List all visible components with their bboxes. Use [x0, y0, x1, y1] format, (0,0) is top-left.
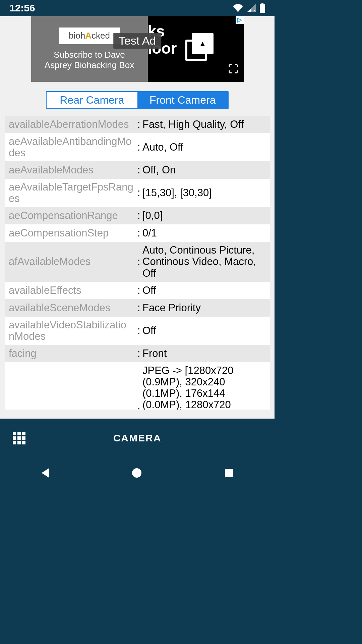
colon: : — [135, 187, 142, 199]
table-row: availableEffects:Off — [5, 282, 270, 299]
wifi-icon — [233, 4, 243, 12]
apps-grid-icon[interactable] — [13, 432, 25, 444]
camera-tabs: Rear Camera Front Camera — [46, 91, 229, 109]
colon: : — [135, 405, 142, 410]
property-value: 0/1 — [142, 227, 266, 239]
table-row: aeCompensationRange:[0,0] — [5, 207, 270, 224]
property-value: Face Priority — [142, 302, 266, 314]
ad-left-panel: biohAcked Subscribe to Dave Asprey Bioha… — [31, 16, 148, 82]
property-key: aeAvailableModes — [9, 164, 135, 176]
property-key: aeCompensationRange — [9, 210, 135, 221]
property-key: afAvailableModes — [9, 256, 135, 267]
colon: : — [135, 227, 142, 239]
property-value: Auto, Off — [142, 142, 266, 153]
battery-icon — [260, 3, 265, 13]
status-bar: 12:56 × — [0, 0, 275, 16]
property-key: facing — [9, 348, 135, 359]
colon: : — [135, 284, 142, 297]
property-key: availableEffects — [9, 285, 135, 296]
colon: : — [135, 302, 142, 314]
colon: : — [135, 118, 142, 130]
svg-text:×: × — [253, 8, 256, 12]
bottom-tab-bar: CAMERA — [0, 419, 275, 458]
ad-logo-accent: A — [85, 31, 92, 41]
adchoices-icon[interactable]: ▷ — [236, 16, 244, 24]
recents-icon[interactable] — [225, 469, 233, 477]
table-row: availableAberrationModes:Fast, High Qual… — [5, 116, 270, 133]
property-value: Off, On — [142, 164, 266, 176]
signal-icon: × — [247, 4, 256, 12]
colon: : — [135, 141, 142, 153]
ad-logo-text: bioh — [69, 31, 85, 41]
table-row: aeAvailableModes:Off, On — [5, 161, 270, 179]
ad-logo-text2: cked — [92, 31, 110, 41]
table-row: :JPEG -> [1280x720 (0.9MP), 320x240 (0.1… — [5, 362, 270, 410]
colon: : — [135, 256, 142, 268]
svg-rect-2 — [260, 4, 265, 13]
property-value: Off — [142, 285, 266, 296]
property-key: availableVideoStabilization­Modes — [9, 319, 135, 342]
status-time: 12:56 — [9, 2, 35, 14]
gallery-icon — [185, 33, 214, 61]
colon: : — [135, 210, 142, 222]
table-row: aeAvailableAntibandingModes:Auto, Off — [5, 133, 270, 161]
back-icon[interactable] — [42, 468, 49, 478]
colon: : — [135, 325, 142, 337]
property-key: aeCompensationStep — [9, 227, 135, 239]
navigation-bar — [0, 458, 275, 488]
property-value: JPEG -> [1280x720 (0.9MP), 320x240 (0.1M… — [142, 365, 266, 410]
bottom-tab-camera[interactable]: CAMERA — [0, 432, 275, 444]
property-key: availableSceneModes — [9, 302, 135, 314]
tab-rear-camera[interactable]: Rear Camera — [47, 92, 137, 108]
expand-icon[interactable]: ⛶ — [228, 63, 238, 74]
table-row: aeCompensationStep:0/1 — [5, 224, 270, 242]
property-value: Fast, High Quality, Off — [142, 119, 266, 130]
ad-subtitle-line2: Asprey Biohacking Box — [45, 60, 134, 70]
table-row: afAvailableModes:Auto, Continous Picture… — [5, 242, 270, 281]
camera-properties-table[interactable]: availableAberrationModes:Fast, High Qual… — [5, 116, 270, 410]
table-row: aeAvailableTargetFpsRanges:[15,30], [30,… — [5, 179, 270, 207]
test-ad-badge: Test Ad — [113, 33, 162, 49]
property-value: Front — [142, 348, 266, 359]
table-row: availableSceneModes:Face Priority — [5, 299, 270, 317]
property-key: availableAberrationModes — [9, 119, 135, 130]
property-value: Off — [142, 325, 266, 336]
ad-right-panel: ks loor ⛶ ▷ — [148, 16, 244, 82]
property-value: [0,0] — [142, 210, 266, 221]
property-value: Auto, Continous Picture, Continous Video… — [142, 245, 266, 279]
property-key: aeAvailableAntibandingModes — [9, 136, 135, 159]
ad-subtitle-line1: Subscribe to Dave — [45, 50, 134, 60]
status-icons: × — [233, 3, 265, 13]
property-key: aeAvailableTargetFpsRanges — [9, 181, 135, 204]
ad-subtitle: Subscribe to Dave Asprey Biohacking Box — [45, 50, 134, 70]
ad-banner-container: biohAcked Subscribe to Dave Asprey Bioha… — [0, 16, 275, 86]
ad-banner[interactable]: biohAcked Subscribe to Dave Asprey Bioha… — [31, 16, 244, 82]
home-icon[interactable] — [132, 468, 141, 478]
svg-rect-1 — [261, 3, 263, 4]
table-row: availableVideoStabilization­Modes:Off — [5, 317, 270, 345]
ad-logo: biohAcked — [59, 28, 120, 44]
property-value: [15,30], [30,30] — [142, 187, 266, 199]
table-row: facing:Front — [5, 345, 270, 362]
colon: : — [135, 164, 142, 176]
tab-front-camera[interactable]: Front Camera — [137, 92, 228, 108]
colon: : — [135, 347, 142, 360]
